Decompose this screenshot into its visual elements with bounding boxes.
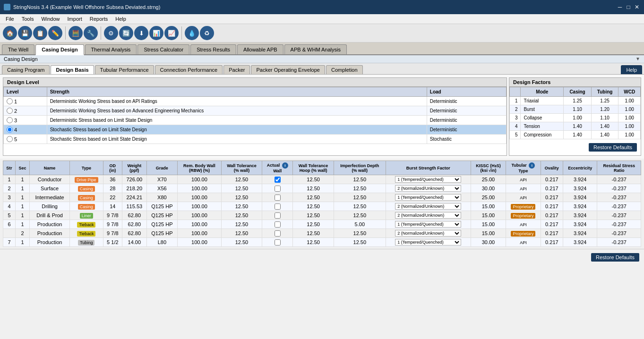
table-row[interactable]: 2 1 Surface Casing 28 218.20 X56 100.00 … — [3, 184, 641, 193]
table-row[interactable]: 2 Deterministic Working Stress based on … — [4, 106, 507, 116]
menu-reports[interactable]: Reports — [86, 15, 112, 23]
actual-wall-cell[interactable] — [262, 193, 293, 202]
table-row[interactable]: 3 1 Intermediate Casing 22 224.21 X80 10… — [3, 193, 641, 202]
row-residual: -0.237 — [597, 193, 641, 202]
level-radio-cell[interactable]: 1 — [4, 97, 47, 106]
row-burst: 1 (Tempered/Quenched) 1 (Tempered/Quench… — [386, 220, 471, 229]
subtab-connection-performance[interactable]: Connection Performance — [155, 65, 223, 74]
actual-wall-cell[interactable] — [262, 229, 293, 238]
toolbar-btn-12[interactable]: 💧 — [185, 26, 199, 40]
subtab-packer[interactable]: Packer — [223, 65, 250, 74]
level-radio[interactable] — [7, 127, 13, 133]
row-rbw: 100.00 — [178, 184, 222, 193]
toolbar-btn-7[interactable]: ⚙ — [104, 26, 118, 40]
close-button[interactable]: ✕ — [634, 4, 640, 10]
table-row[interactable]: 5 Stochastic Stress based on Limit State… — [4, 135, 507, 144]
toolbar-btn-5[interactable]: 🧮 — [69, 26, 83, 40]
table-row[interactable]: 4 1 Drilling Casing 14 115.53 Q125 HP 10… — [3, 202, 641, 211]
tab-stress-calculator[interactable]: Stress Calculator — [137, 44, 189, 54]
factor-mode: Collapse — [521, 114, 564, 122]
tab-thermal-analysis[interactable]: Thermal Analysis — [85, 44, 137, 54]
toolbar-btn-10[interactable]: 📊 — [149, 26, 163, 40]
level-radio[interactable] — [7, 98, 13, 104]
maximize-button[interactable]: □ — [625, 4, 632, 10]
level-radio-cell[interactable]: 2 — [4, 106, 47, 116]
level-radio[interactable] — [7, 136, 13, 142]
toolbar-btn-9[interactable]: ⬇ — [134, 26, 148, 40]
fcol-casing: Casing — [564, 87, 592, 97]
tab-apb-whm[interactable]: APB & WHM Analysis — [284, 44, 347, 54]
row-tubtype: Proprietary — [506, 202, 541, 211]
toolbar-btn-6[interactable]: 🔧 — [84, 26, 98, 40]
row-eccentricity: 3.924 — [563, 184, 597, 193]
table-row[interactable]: 3 Deterministic Stress based on Limit St… — [4, 116, 507, 125]
actual-wall-cell[interactable] — [262, 220, 293, 229]
burst-dropdown[interactable]: 2 (Normalized/Unknown) 1 (Tempered/Quenc… — [395, 185, 461, 192]
subtab-casing-program[interactable]: Casing Program — [2, 65, 50, 74]
subtab-tubular-performance[interactable]: Tubular Performance — [95, 65, 154, 74]
actual-wall-cell[interactable] — [262, 175, 293, 184]
burst-dropdown[interactable]: 2 (Normalized/Unknown) 1 (Tempered/Quenc… — [395, 230, 461, 237]
actual-wall-cell[interactable] — [262, 211, 293, 220]
table-row[interactable]: 5 1 Drill & Prod Liner 9 7/8 62.80 Q125 … — [3, 211, 641, 220]
actual-wall-checkbox[interactable] — [275, 230, 281, 237]
level-radio[interactable] — [7, 117, 13, 123]
level-radio-cell[interactable]: 5 — [4, 135, 47, 144]
tab-stress-results[interactable]: Stress Results — [190, 44, 236, 54]
toolbar-btn-4[interactable]: ✏️ — [48, 26, 62, 40]
tab-the-well[interactable]: The Well — [2, 44, 34, 54]
row-burst: 2 (Normalized/Unknown) 1 (Tempered/Quenc… — [386, 211, 471, 220]
actual-wall-checkbox[interactable] — [275, 212, 281, 219]
bottom-restore-area: Restore Defaults — [0, 249, 644, 265]
toolbar-btn-2[interactable]: 💾 — [18, 26, 32, 40]
actual-wall-cell[interactable] — [262, 184, 293, 193]
menu-window[interactable]: Window — [37, 15, 63, 23]
actual-wall-checkbox[interactable] — [275, 203, 281, 210]
burst-dropdown[interactable]: 1 (Tempered/Quenched) 1 (Tempered/Quench… — [395, 176, 461, 183]
actual-wall-cell[interactable] — [262, 238, 293, 247]
table-row[interactable]: 7 1 Production Tubing 5 1/2 14.00 L80 10… — [3, 238, 641, 247]
restore-defaults-top[interactable]: Restore Defaults — [589, 143, 637, 152]
help-button[interactable]: Help — [621, 65, 642, 74]
restore-defaults-bottom[interactable]: Restore Defaults — [591, 253, 639, 262]
toolbar-btn-3[interactable]: 📋 — [33, 26, 47, 40]
actual-wall-cell[interactable] — [262, 202, 293, 211]
level-radio-cell[interactable]: 3 — [4, 116, 47, 125]
subtab-completion[interactable]: Completion — [326, 65, 363, 74]
actual-wall-checkbox[interactable] — [275, 239, 281, 246]
actual-wall-checkbox[interactable] — [275, 221, 281, 228]
row-eccentricity: 3.924 — [563, 175, 597, 184]
menu-file[interactable]: File — [2, 15, 18, 23]
factor-tubing: 1.10 — [591, 114, 618, 122]
table-row[interactable]: 2 Production Tieback 9 7/8 62.80 Q125 HP… — [3, 229, 641, 238]
actual-wall-checkbox[interactable] — [275, 195, 281, 201]
burst-dropdown[interactable]: 1 (Tempered/Quenched) 1 (Tempered/Quench… — [395, 221, 461, 228]
minimize-button[interactable]: ─ — [617, 4, 623, 10]
toolbar-btn-11[interactable]: 📈 — [164, 26, 179, 40]
subtab-design-basis[interactable]: Design Basis — [51, 65, 94, 74]
table-row[interactable]: 1 1 Conductor Drive Pipe 36 726.00 X70 1… — [3, 175, 641, 184]
toolbar-btn-1[interactable]: 🏠 — [3, 26, 17, 40]
menu-help[interactable]: Help — [112, 15, 130, 23]
design-level-table: Level Strength Load 1 Deterministic Work… — [3, 87, 507, 144]
actual-wall-checkbox[interactable] — [275, 177, 281, 183]
burst-dropdown[interactable]: 1 (Tempered/Quenched) 1 (Tempered/Quench… — [395, 194, 461, 201]
toolbar-btn-13[interactable]: ♻ — [200, 26, 214, 40]
toolbar-btn-8[interactable]: 🔄 — [119, 26, 133, 40]
level-radio[interactable] — [7, 108, 13, 114]
burst-dropdown[interactable]: 2 (Normalized/Unknown) 1 (Tempered/Quenc… — [395, 212, 461, 219]
menu-tools[interactable]: Tools — [18, 15, 38, 23]
actual-wall-checkbox[interactable] — [275, 186, 281, 192]
row-residual: -0.237 — [597, 202, 641, 211]
table-row[interactable]: 4 Stochastic Stress based on Limit State… — [4, 125, 507, 135]
burst-dropdown[interactable]: 1 (Tempered/Quenched) 1 (Tempered/Quench… — [395, 239, 461, 246]
menu-import[interactable]: Import — [64, 15, 86, 23]
table-row[interactable]: 6 1 Production Tieback 9 7/8 62.80 Q125 … — [3, 220, 641, 229]
burst-dropdown[interactable]: 2 (Normalized/Unknown) 1 (Tempered/Quenc… — [395, 203, 461, 210]
tab-casing-design[interactable]: Casing Design — [35, 44, 84, 55]
table-row[interactable]: 1 Deterministic Working Stress based on … — [4, 97, 507, 106]
tab-allowable-apb[interactable]: Allowable APB — [237, 44, 283, 54]
expand-icon[interactable]: ▼ — [635, 56, 640, 61]
level-radio-cell[interactable]: 4 — [4, 125, 47, 135]
subtab-packer-operating-envelope[interactable]: Packer Operating Envelope — [251, 65, 325, 74]
